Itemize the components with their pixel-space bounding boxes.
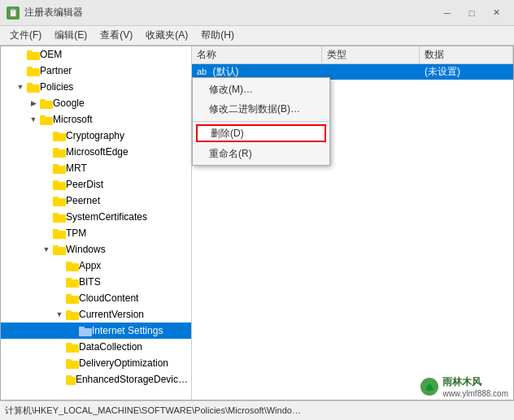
menu-bar: 文件(F) 编辑(E) 查看(V) 收藏夹(A) 帮助(H) [0, 26, 514, 45]
svg-rect-39 [66, 359, 72, 362]
tree-item-partner[interactable]: Partner [1, 63, 191, 79]
tree-item-google[interactable]: ▶ Google [1, 95, 191, 111]
tree-label-cloudcontent: CloudContent [79, 292, 138, 304]
expander-enhancedstorage [53, 373, 66, 386]
expander-datacollection [53, 340, 66, 353]
folder-icon-mrt [53, 162, 66, 174]
tree-item-oem[interactable]: OEM [1, 46, 191, 63]
folder-icon-systemcerts [53, 211, 66, 223]
svg-rect-31 [66, 294, 72, 297]
tree-label-oem: OEM [40, 49, 62, 60]
minimize-button[interactable]: ─ [436, 5, 459, 21]
expander-appx [53, 259, 66, 272]
folder-icon-peerdist [53, 179, 66, 190]
status-text: 计算机\HKEY_LOCAL_MACHINE\SOFTWARE\Policies… [5, 405, 301, 417]
menu-favorites[interactable]: 收藏夹(A) [139, 27, 194, 45]
svg-rect-17 [53, 180, 59, 184]
expander-partner [14, 64, 27, 77]
svg-rect-15 [53, 164, 59, 167]
folder-icon-tpm [53, 227, 66, 239]
tree-item-peerdist[interactable]: PeerDist [1, 176, 191, 193]
cell-name-text: (默认) [213, 66, 239, 77]
svg-rect-7 [40, 99, 46, 102]
expander-systemcerts [40, 210, 53, 223]
menu-help[interactable]: 帮助(H) [194, 27, 241, 45]
tree-item-internetsettings[interactable]: Internet Settings [1, 323, 191, 339]
expander-mrt [40, 162, 53, 175]
main-content: OEM Partner ▼ Policies ▶ Google ▼ [0, 45, 514, 401]
expander-peernet [40, 194, 53, 207]
tree-item-bits[interactable]: BITS [1, 274, 191, 290]
folder-icon-microsoft [40, 114, 53, 125]
tree-item-peernet[interactable]: Peernet [1, 193, 191, 209]
tree-label-peernet: Peernet [66, 195, 100, 206]
folder-icon-internetsettings [79, 325, 92, 336]
tree-item-policies[interactable]: ▼ Policies [1, 79, 191, 95]
svg-rect-1 [27, 50, 33, 54]
tree-item-systemcerts[interactable]: SystemCertificates [1, 209, 191, 225]
folder-icon-cloudcontent [66, 292, 79, 304]
menu-file[interactable]: 文件(F) [3, 27, 48, 45]
expander-microsoft: ▼ [27, 113, 40, 126]
watermark: 🌲 雨林木风 www.ylmf888.com [415, 374, 513, 400]
svg-rect-19 [53, 197, 59, 200]
watermark-brand: 雨林木风 [442, 375, 508, 389]
menu-view[interactable]: 查看(V) [94, 27, 139, 45]
expander-cloudcontent [53, 292, 66, 305]
folder-icon-currentversion [66, 309, 79, 320]
expander-peerdist [40, 178, 53, 191]
tree-item-appx[interactable]: Appx [1, 258, 191, 274]
expander-internetsettings [66, 324, 79, 337]
ctx-rename[interactable]: 重命名(R) [193, 144, 329, 163]
svg-rect-3 [27, 67, 33, 70]
tree-label-partner: Partner [40, 65, 72, 76]
status-bar: 计算机\HKEY_LOCAL_MACHINE\SOFTWARE\Policies… [0, 401, 514, 420]
folder-icon-google [40, 97, 53, 109]
expander-oem [14, 48, 27, 61]
close-button[interactable]: ✕ [485, 5, 507, 21]
tree-item-tpm[interactable]: TPM [1, 225, 191, 241]
list-header: 名称 类型 数据 [192, 46, 513, 64]
window-controls: ─ □ ✕ [436, 5, 507, 21]
registry-tree[interactable]: OEM Partner ▼ Policies ▶ Google ▼ [1, 46, 192, 400]
ctx-delete[interactable]: 删除(D) [196, 124, 326, 142]
svg-rect-35 [79, 327, 85, 330]
tree-item-windows[interactable]: ▼ Windows [1, 241, 191, 258]
folder-icon-bits [66, 276, 79, 288]
tree-item-enhancedstorage[interactable]: EnhancedStorageDevic… [1, 371, 191, 388]
tree-label-tpm: TPM [66, 227, 86, 239]
registry-values-pane: 名称 类型 数据 ab (默认) (未设置) 修改(M)… 修改二进制数据(B)… [192, 46, 513, 400]
folder-icon-microsoftedge [53, 146, 66, 158]
svg-rect-23 [53, 229, 59, 232]
tree-label-currentversion: CurrentVersion [79, 309, 144, 320]
expander-cryptography [40, 129, 53, 142]
folder-icon-partner [27, 65, 40, 76]
tree-item-cloudcontent[interactable]: CloudContent [1, 290, 191, 306]
folder-icon-oem [27, 49, 40, 60]
svg-rect-27 [66, 262, 72, 265]
ctx-modify[interactable]: 修改(M)… [193, 80, 329, 99]
menu-edit[interactable]: 编辑(E) [48, 27, 94, 45]
tree-item-datacollection[interactable]: DataCollection [1, 339, 191, 355]
folder-icon-appx [66, 260, 79, 271]
maximize-button[interactable]: □ [460, 5, 483, 21]
tree-label-microsoft: Microsoft [53, 114, 93, 125]
watermark-logo: 🌲 [420, 377, 439, 396]
folder-icon-windows [53, 244, 66, 255]
tree-label-datacollection: DataCollection [79, 341, 142, 353]
expander-currentversion: ▼ [53, 308, 66, 321]
tree-item-mrt[interactable]: MRT [1, 160, 191, 176]
tree-item-currentversion[interactable]: ▼ CurrentVersion [1, 306, 191, 323]
tree-label-mrt: MRT [66, 162, 87, 174]
tree-item-cryptography[interactable]: Cryptography [1, 128, 191, 144]
tree-label-cryptography: Cryptography [66, 130, 124, 141]
svg-text:🌲: 🌲 [425, 382, 435, 392]
ctx-modify-binary[interactable]: 修改二进制数据(B)… [193, 99, 329, 119]
tree-item-deliveryopt[interactable]: DeliveryOptimization [1, 355, 191, 371]
tree-item-microsoft[interactable]: ▼ Microsoft [1, 111, 191, 128]
folder-icon-cryptography [53, 130, 66, 141]
svg-rect-5 [27, 83, 33, 86]
folder-icon-deliveryopt [66, 357, 79, 369]
col-header-name: 名称 [192, 46, 322, 63]
tree-item-microsoftedge[interactable]: MicrosoftEdge [1, 144, 191, 160]
